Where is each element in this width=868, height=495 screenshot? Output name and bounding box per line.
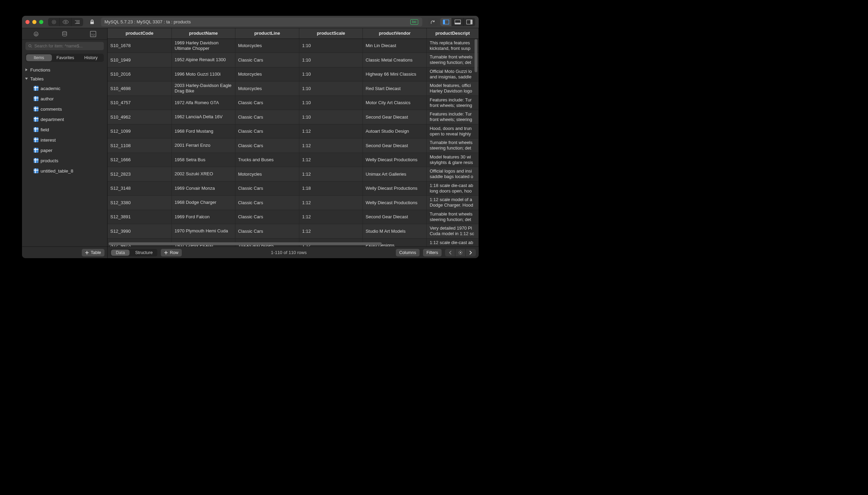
col-header-productCode[interactable]: productCode: [108, 28, 172, 38]
table-row[interactable]: S10_47571972 Alfa Romeo GTAClassic Cars1…: [108, 96, 479, 110]
col-header-productDescription[interactable]: productDescript: [427, 28, 479, 38]
table-row[interactable]: S12_28232002 Suzuki XREOMotorcycles1:12U…: [108, 167, 479, 182]
layout-bottom-panel[interactable]: [452, 18, 464, 26]
refresh-button[interactable]: [428, 18, 437, 26]
cell-productDescription[interactable]: Model features 30 wi skylights & glare r…: [427, 153, 479, 167]
cell-productScale[interactable]: 1:18: [299, 181, 363, 196]
cell-productLine[interactable]: Classic Cars: [235, 196, 299, 210]
col-header-productLine[interactable]: productLine: [235, 28, 299, 38]
cell-productDescription[interactable]: Features include: Tur front wheels; stee…: [427, 110, 479, 124]
cell-productCode[interactable]: S12_3380: [108, 196, 172, 210]
cell-productDescription[interactable]: Turnable front wheels steering function;…: [427, 210, 479, 224]
cell-productName[interactable]: 1996 Moto Guzzi 1100i: [172, 67, 235, 81]
sidebar-search-input[interactable]: [34, 44, 101, 48]
sidebar-table-interest[interactable]: interest: [22, 135, 107, 145]
cell-productVendor[interactable]: Red Start Diecast: [363, 81, 427, 96]
cell-productCode[interactable]: S10_1949: [108, 53, 172, 67]
scroll-thumb[interactable]: [109, 242, 382, 245]
cell-productVendor[interactable]: Second Gear Diecast: [363, 210, 427, 224]
cell-productName[interactable]: 1972 Alfa Romeo GTA: [172, 96, 235, 110]
format-button[interactable]: [71, 18, 83, 26]
cell-productLine[interactable]: Motorcycles: [235, 38, 299, 53]
cell-productDescription[interactable]: Hood, doors and trun open to reveal high…: [427, 124, 479, 139]
mode-structure[interactable]: Structure: [130, 249, 157, 256]
layout-left-panel[interactable]: [440, 18, 452, 26]
cell-productVendor[interactable]: Autoart Studio Design: [363, 124, 427, 139]
cell-productScale[interactable]: 1:10: [299, 67, 363, 81]
cell-productCode[interactable]: S12_3148: [108, 181, 172, 196]
columns-button[interactable]: Columns: [396, 249, 420, 256]
stop-button[interactable]: [48, 18, 60, 26]
filters-button[interactable]: Filters: [423, 249, 442, 256]
cell-productDescription[interactable]: Official logos and insi saddle bags loca…: [427, 167, 479, 182]
cell-productName[interactable]: 1970 Plymouth Hemi Cuda: [172, 224, 235, 239]
cell-productCode[interactable]: S12_3990: [108, 224, 172, 239]
sidebar-table-comments[interactable]: comments: [22, 104, 107, 114]
cell-productScale[interactable]: 1:12: [299, 139, 363, 153]
cell-productVendor[interactable]: Welly Diecast Productions: [363, 181, 427, 196]
data-grid[interactable]: productCodeproductNameproductLineproduct…: [108, 28, 479, 246]
cell-productCode[interactable]: S12_1108: [108, 139, 172, 153]
scroll-thumb[interactable]: [475, 39, 477, 72]
cell-productScale[interactable]: 1:10: [299, 96, 363, 110]
view-toggle-button[interactable]: [60, 18, 71, 26]
tab-history[interactable]: History: [78, 54, 104, 62]
mode-data[interactable]: Data: [111, 250, 130, 256]
table-row[interactable]: S12_16661958 Setra BusTrucks and Buses1:…: [108, 153, 479, 167]
horizontal-scrollbar[interactable]: [109, 242, 478, 245]
add-table-button[interactable]: Table: [82, 249, 104, 256]
database-tab[interactable]: [62, 31, 68, 37]
cell-productCode[interactable]: S12_2823: [108, 167, 172, 182]
cell-productLine[interactable]: Classic Cars: [235, 96, 299, 110]
table-row[interactable]: S10_46982003 Harley-Davidson Eagle Drag …: [108, 81, 479, 96]
cell-productDescription[interactable]: Very detailed 1970 Pl Cuda model in 1:12…: [427, 224, 479, 239]
table-row[interactable]: S12_38911969 Ford FalconClassic Cars1:12…: [108, 210, 479, 224]
cell-productDescription[interactable]: Turnable front wheels steering function;…: [427, 139, 479, 153]
minimize-window-button[interactable]: [32, 20, 36, 24]
table-row[interactable]: S12_33801968 Dodge ChargerClassic Cars1:…: [108, 196, 479, 210]
table-row[interactable]: S12_39901970 Plymouth Hemi CudaClassic C…: [108, 224, 479, 239]
tab-items[interactable]: Items: [26, 54, 52, 61]
cell-productCode[interactable]: S10_2016: [108, 67, 172, 81]
cell-productName[interactable]: 2001 Ferrari Enzo: [172, 139, 235, 153]
sidebar-search[interactable]: [25, 42, 104, 50]
next-page[interactable]: [466, 249, 476, 256]
cell-productLine[interactable]: Classic Cars: [235, 124, 299, 139]
layout-right-panel[interactable]: [464, 18, 475, 26]
cell-productName[interactable]: 2002 Suzuki XREO: [172, 167, 235, 182]
cell-productVendor[interactable]: Min Lin Diecast: [363, 38, 427, 53]
table-row[interactable]: S10_20161996 Moto Guzzi 1100iMotorcycles…: [108, 67, 479, 81]
sidebar-table-department[interactable]: department: [22, 114, 107, 124]
col-header-productName[interactable]: productName: [172, 28, 235, 38]
sidebar-table-academic[interactable]: academic: [22, 83, 107, 94]
cell-productCode[interactable]: S10_1678: [108, 38, 172, 53]
cell-productCode[interactable]: S10_4962: [108, 110, 172, 124]
cell-productName[interactable]: 1968 Ford Mustang: [172, 124, 235, 139]
cell-productVendor[interactable]: Welly Diecast Productions: [363, 153, 427, 167]
cell-productLine[interactable]: Motorcycles: [235, 81, 299, 96]
cell-productVendor[interactable]: Unimax Art Galleries: [363, 167, 427, 182]
zoom-window-button[interactable]: [39, 20, 43, 24]
cell-productLine[interactable]: Classic Cars: [235, 181, 299, 196]
connection-tab[interactable]: [33, 31, 39, 37]
cell-productCode[interactable]: S12_3891: [108, 210, 172, 224]
cell-productCode[interactable]: S10_4757: [108, 96, 172, 110]
cell-productVendor[interactable]: Studio M Art Models: [363, 224, 427, 239]
col-header-productVendor[interactable]: productVendor: [363, 28, 427, 38]
cell-productDescription[interactable]: Turnable front wheels steering function;…: [427, 53, 479, 67]
cell-productLine[interactable]: Motorcycles: [235, 167, 299, 182]
cell-productVendor[interactable]: Motor City Art Classics: [363, 96, 427, 110]
table-row[interactable]: S12_31481969 Corvair MonzaClassic Cars1:…: [108, 181, 479, 196]
cell-productVendor[interactable]: Second Gear Diecast: [363, 110, 427, 124]
cell-productScale[interactable]: 1:12: [299, 224, 363, 239]
cell-productName[interactable]: 1958 Setra Bus: [172, 153, 235, 167]
cell-productDescription[interactable]: 1:18 scale die-cast ab long doors open, …: [427, 181, 479, 196]
cell-productScale[interactable]: 1:12: [299, 196, 363, 210]
cell-productLine[interactable]: Classic Cars: [235, 224, 299, 239]
cell-productDescription[interactable]: Features include: Tur front wheels; stee…: [427, 96, 479, 110]
cell-productScale[interactable]: 1:12: [299, 167, 363, 182]
cell-productCode[interactable]: S12_1666: [108, 153, 172, 167]
col-header-productScale[interactable]: productScale: [299, 28, 363, 38]
cell-productScale[interactable]: 1:12: [299, 153, 363, 167]
cell-productLine[interactable]: Classic Cars: [235, 53, 299, 67]
